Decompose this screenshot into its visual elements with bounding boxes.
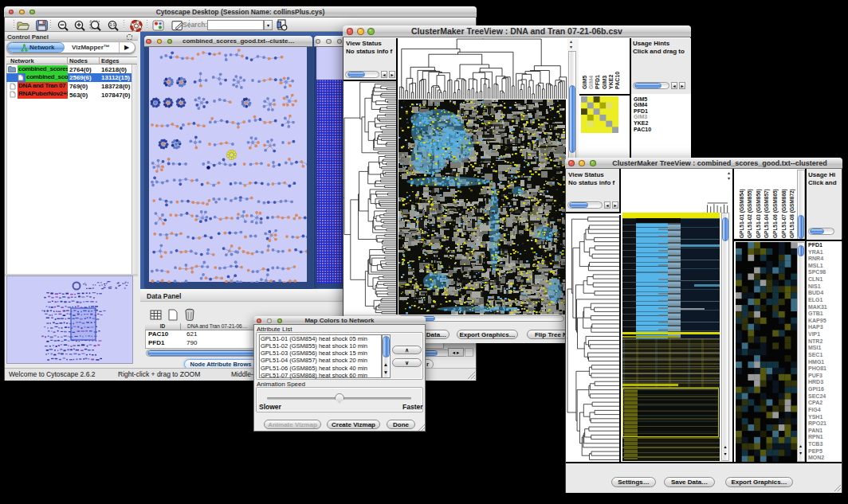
svg-text:1:1: 1:1 bbox=[110, 23, 116, 27]
